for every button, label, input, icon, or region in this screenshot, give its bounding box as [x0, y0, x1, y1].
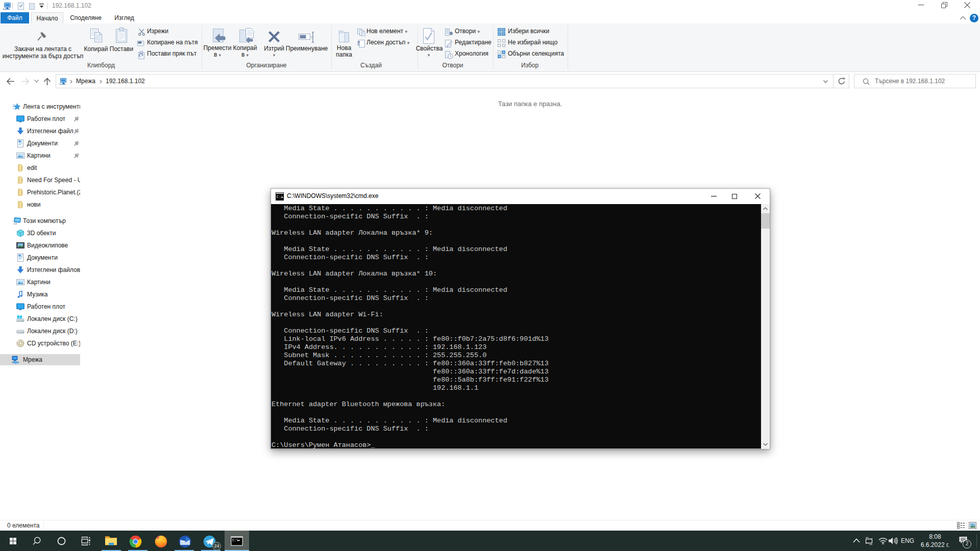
svg-text:C:\: C:\ — [277, 195, 284, 199]
